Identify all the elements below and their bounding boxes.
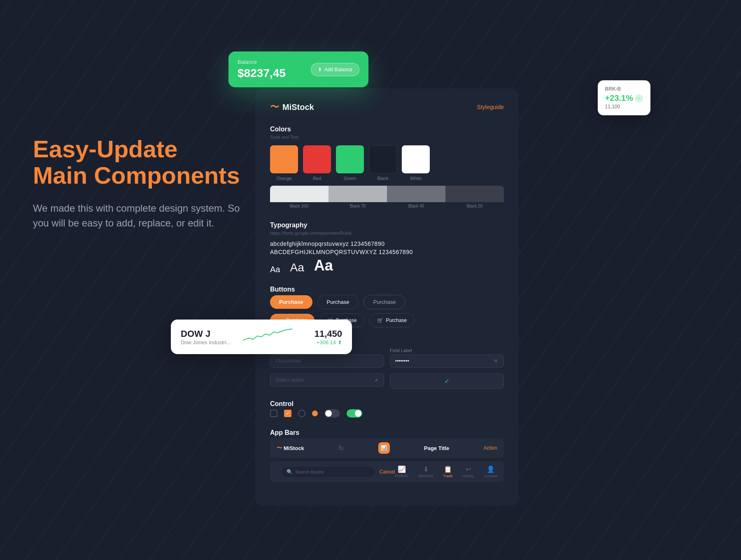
- typography-title: Typography: [270, 222, 504, 229]
- up-arrow-icon: ↑: [635, 94, 643, 103]
- search-text: Search Assets: [295, 469, 324, 474]
- field-input-1[interactable]: Placeholder: [270, 355, 384, 368]
- panel-header: 〜 MiStock Styleguide: [270, 101, 504, 113]
- cart-icon-3: 🛒: [377, 317, 383, 323]
- green-swatch: [336, 145, 364, 173]
- ticker-symbol: BRK-B: [605, 86, 643, 92]
- control-section: Control ✓: [270, 400, 504, 418]
- btn-purchase-primary[interactable]: Purchase: [270, 295, 312, 309]
- ticker-change: +23.1% ↑: [605, 93, 643, 103]
- field-select[interactable]: Select option ✓: [270, 373, 384, 387]
- shade-40: Black 40: [387, 186, 445, 210]
- nav-portfolio[interactable]: 📈 Portfolio: [395, 465, 408, 478]
- select-placeholder: Select option: [275, 377, 304, 383]
- checkbox-checked[interactable]: ✓: [284, 410, 291, 417]
- hero-description: We made this with complete design system…: [33, 201, 247, 231]
- orange-icon: 📊: [378, 442, 390, 454]
- orange-swatch: [270, 145, 298, 173]
- colors-title: Colors: [270, 126, 504, 133]
- cancel-button[interactable]: Cancel: [380, 469, 395, 475]
- trade-icon: 📋: [444, 465, 452, 473]
- refresh-icon[interactable]: ↻: [338, 444, 344, 452]
- font-sizes: Aa Aa Aa: [270, 257, 504, 274]
- balance-info: Balance $8237,45: [238, 59, 286, 80]
- toggle-on[interactable]: [347, 409, 362, 418]
- form-field-password: Field Label •••••••• 👁: [390, 348, 504, 368]
- toggle-off[interactable]: [324, 409, 340, 418]
- ticker-card: BRK-B +23.1% ↑ 11,100: [598, 80, 650, 115]
- eye-icon: 👁: [494, 358, 499, 364]
- bottom-nav: 📈 Portfolio ⬇ Watchlist 📋 Trade ↩ Histor…: [395, 465, 497, 478]
- nav-watchlist[interactable]: ⬇ Watchlist: [418, 465, 433, 478]
- font-large: Aa: [314, 257, 333, 274]
- portfolio-icon: 📈: [398, 465, 406, 473]
- history-icon: ↩: [466, 465, 471, 473]
- app-bar-page-title: Page Title: [424, 445, 449, 451]
- field-check: ✓: [390, 373, 504, 389]
- logo: 〜 MiStock: [270, 101, 314, 113]
- check-icon: ✓: [375, 377, 379, 383]
- swatch-orange: Orange: [270, 145, 298, 181]
- shade-70: Black 70: [329, 186, 387, 210]
- add-balance-button[interactable]: ⬆ Add Balance: [311, 63, 359, 76]
- colors-section: Colors Solid and Text Orange Red Green B…: [270, 126, 504, 210]
- form-field-check: ✓: [390, 373, 504, 389]
- btn-purchase-outline-dark[interactable]: Purchase: [317, 295, 359, 309]
- checkmark-icon: ✓: [444, 377, 450, 385]
- dow-subtitle: Dow Jones Industri...: [181, 339, 231, 345]
- account-icon: 👤: [487, 465, 495, 473]
- app-bars-title: App Bars: [270, 429, 504, 436]
- styleguide-panel: 〜 MiStock Styleguide Colors Solid and Te…: [255, 89, 519, 506]
- typography-section: Typography https://fonts.google.com/spec…: [270, 222, 504, 274]
- shade-10g: Black 10G: [270, 186, 329, 210]
- logo-icon: 〜: [270, 101, 279, 113]
- form-field-select: Select option ✓: [270, 373, 384, 389]
- btn-purchase-outline-light[interactable]: Purchase: [364, 295, 405, 309]
- font-small: Aa: [270, 265, 280, 274]
- typography-uppercase: ABCDEFGHIJKLMNOPQRSTUVWXYZ 1234567890: [270, 249, 504, 255]
- btn-purchase-icon-outline2[interactable]: 🛒 Purchase: [369, 313, 415, 327]
- app-bar-action[interactable]: Action: [484, 445, 497, 451]
- swatch-black: Black: [369, 145, 397, 181]
- radio-button[interactable]: [298, 410, 305, 417]
- white-swatch: [402, 145, 430, 173]
- watchlist-icon: ⬇: [423, 465, 429, 473]
- field-label-2: Field Label: [390, 348, 504, 353]
- control-title: Control: [270, 400, 504, 408]
- search-bar[interactable]: 🔍 Search Assets: [282, 467, 375, 477]
- logo-text: MiStock: [282, 103, 314, 112]
- balance-card: Balance $8237,45 ⬆ Add Balance: [228, 51, 368, 87]
- swatch-red: Red: [303, 145, 331, 181]
- buttons-row-1: Purchase Purchase Purchase: [270, 295, 504, 309]
- app-bar-top: 〜 MiStock ↻ 📊 Page Title Action: [270, 438, 504, 458]
- app-logo-icon: 〜: [277, 444, 282, 452]
- checkbox-empty[interactable]: [270, 410, 277, 417]
- nav-history[interactable]: ↩ History: [462, 465, 474, 478]
- ticker-value: 11,100: [605, 104, 643, 110]
- red-swatch: [303, 145, 331, 173]
- upload-icon: ⬆: [318, 67, 322, 72]
- dow-price: 11,450: [315, 329, 342, 339]
- dow-chart: [243, 328, 302, 346]
- nav-trade[interactable]: 📋 Trade: [443, 465, 452, 478]
- buttons-title: Buttons: [270, 286, 504, 293]
- black-swatch: [369, 145, 397, 173]
- balance-label: Balance: [238, 59, 286, 65]
- typography-url: https://fonts.google.com/specimen/Rubik: [270, 231, 504, 236]
- shade-20: Black 20: [445, 186, 504, 210]
- color-shades-row: Black 10G Black 70 Black 40 Black 20: [270, 186, 504, 210]
- nav-account[interactable]: 👤 Account: [484, 465, 497, 478]
- app-bars-section: App Bars 〜 MiStock ↻ 📊 Page Title Action…: [270, 429, 504, 482]
- dow-change: +306.14 ⬆: [315, 339, 342, 345]
- controls-row: ✓: [270, 409, 504, 418]
- app-bar-logo: 〜 MiStock: [277, 444, 304, 452]
- search-icon: 🔍: [287, 469, 293, 475]
- field-input-password[interactable]: •••••••• 👁: [390, 355, 504, 368]
- radio-selected[interactable]: [312, 411, 318, 416]
- change-up-icon: ⬆: [338, 339, 342, 345]
- styleguide-link[interactable]: Styleguide: [477, 104, 504, 110]
- colors-subtitle: Solid and Text: [270, 135, 504, 140]
- dow-card: DOW J Dow Jones Industri... 11,450 +306.…: [171, 320, 352, 354]
- hero-heading: Easy-Update Main Components: [33, 136, 247, 189]
- dow-title: DOW J: [181, 329, 231, 339]
